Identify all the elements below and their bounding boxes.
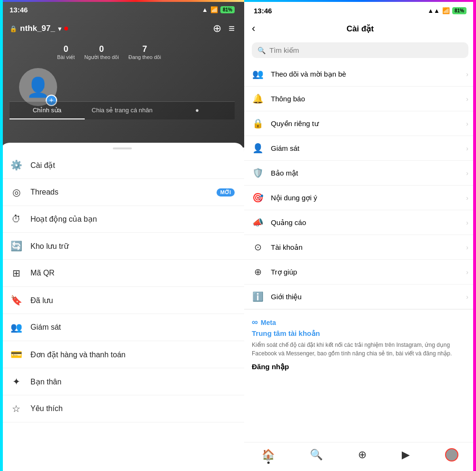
- favorites-label: Yêu thích: [30, 404, 235, 413]
- chevron-right-icon-10: ›: [466, 293, 468, 301]
- battery-right: 81%: [452, 7, 466, 14]
- chevron-right-icon-6: ›: [466, 194, 468, 202]
- supervision-label: Giám sát: [30, 323, 235, 332]
- menu-item-settings[interactable]: ⚙️ Cài đặt: [0, 152, 244, 179]
- privacy-label: Quyền riêng tư: [271, 119, 459, 128]
- close-friends-icon: ✦: [10, 376, 23, 387]
- orders-label: Đơn đặt hàng và thanh toán: [30, 350, 235, 359]
- archive-icon: 🔄: [10, 240, 23, 252]
- follow-label: Theo dõi và mời bạn bè: [271, 70, 459, 78]
- supervision-icon: 👥: [10, 322, 23, 333]
- notification-label: Thông báo: [271, 95, 459, 103]
- threads-icon: ◎: [10, 186, 23, 198]
- menu-item-favorites[interactable]: ☆ Yêu thích: [0, 395, 244, 422]
- menu-item-orders[interactable]: 💳 Đơn đặt hàng và thanh toán: [0, 341, 244, 368]
- help-label: Trợ giúp: [271, 268, 459, 276]
- profile-username: 🔒 nthk_97_ ▾: [10, 24, 68, 33]
- tab-share-profile[interactable]: Chia sẻ trang cá nhân: [85, 102, 160, 119]
- add-post-button[interactable]: ⊕: [213, 22, 221, 35]
- chevron-right-icon-9: ›: [466, 268, 468, 276]
- status-bar-right: 13:46 ▲▲ 📶 81%: [244, 0, 476, 19]
- dropdown-arrow-icon: ▾: [58, 25, 61, 32]
- tab-edit-profile[interactable]: Chỉnh sửa: [10, 102, 85, 119]
- settings-item-about[interactable]: ℹ️ Giới thiệu ›: [244, 285, 476, 309]
- menu-item-threads[interactable]: ◎ Threads MỚI: [0, 179, 244, 206]
- chevron-right-icon-8: ›: [466, 244, 468, 251]
- settings-item-content[interactable]: 🎯 Nội dung gợi ý ›: [244, 186, 476, 210]
- content-icon: 🎯: [252, 192, 264, 203]
- settings-item-help[interactable]: ⊕ Trợ giúp ›: [244, 260, 476, 285]
- stats-area: 0 Bài viết 0 Người theo dõi 7 Đang theo …: [57, 44, 235, 60]
- content-label: Nội dung gợi ý: [271, 194, 459, 202]
- status-icons-right: ▲▲ 📶 81%: [427, 7, 466, 14]
- chevron-right-icon-7: ›: [466, 219, 468, 226]
- nav-home-button[interactable]: 🏠: [262, 449, 275, 461]
- security-label: Bảo mật: [271, 169, 459, 177]
- archive-label: Kho lưu trữ: [30, 242, 235, 251]
- settings-item-ads[interactable]: 📣 Quảng cáo ›: [244, 210, 476, 235]
- about-label: Giới thiệu: [271, 293, 459, 301]
- following-label: Đang theo dõi: [129, 54, 161, 60]
- meta-infinity-icon: ∞: [252, 317, 258, 327]
- search-icon: 🔍: [258, 47, 266, 54]
- nav-create-button[interactable]: ⊕: [358, 449, 367, 461]
- bottom-nav: 🏠 🔍 ⊕ ▶: [244, 442, 476, 471]
- menu-item-supervision[interactable]: 👥 Giám sát: [0, 314, 244, 341]
- tab-extra[interactable]: ●: [159, 102, 235, 119]
- followers-label: Người theo dõi: [84, 54, 119, 60]
- search-input[interactable]: [269, 46, 463, 54]
- nav-search-button[interactable]: 🔍: [310, 449, 323, 461]
- menu-item-archive[interactable]: 🔄 Kho lưu trữ: [0, 233, 244, 260]
- battery-left: 81%: [220, 6, 235, 13]
- about-icon: ℹ️: [252, 291, 264, 302]
- menu-item-saved[interactable]: 🔖 Đã lưu: [0, 287, 244, 314]
- posts-count: 0: [57, 44, 75, 54]
- menu-item-qr[interactable]: ⊞ Mã QR: [0, 260, 244, 287]
- search-bar[interactable]: 🔍: [252, 42, 468, 58]
- stat-followers: 0 Người theo dõi: [84, 44, 119, 60]
- account-icon: ⊙: [252, 242, 264, 253]
- settings-title: Cài đặt: [347, 24, 374, 34]
- meta-logo: ∞ Meta: [252, 317, 468, 327]
- supervision-label-r: Giám sát: [271, 144, 459, 152]
- avatar-wrap: 👤 +: [19, 68, 57, 106]
- privacy-icon: 🔒: [252, 118, 264, 129]
- status-bar-left: 13:46 ▲ 📶 81%: [0, 0, 244, 18]
- back-button[interactable]: ‹: [252, 22, 255, 35]
- notification-icon: 🔔: [252, 93, 264, 104]
- menu-item-activity[interactable]: ⏱ Hoạt động của bạn: [0, 206, 244, 233]
- chevron-right-icon: ›: [466, 70, 468, 78]
- profile-header: 🔒 nthk_97_ ▾ ⊕ ≡: [10, 22, 235, 35]
- signal-icon-right: ▲▲: [427, 7, 440, 14]
- settings-item-follow[interactable]: 👥 Theo dõi và mời bạn bè ›: [244, 62, 476, 87]
- close-friends-label: Bạn thân: [30, 377, 235, 386]
- stat-posts: 0 Bài viết: [57, 44, 75, 60]
- chevron-right-icon-2: ›: [466, 95, 468, 103]
- menu-button[interactable]: ≡: [228, 22, 235, 35]
- settings-list: 👥 Theo dõi và mời bạn bè › 🔔 Thông báo ›…: [244, 62, 476, 442]
- settings-item-security[interactable]: 🛡️ Bảo mật ›: [244, 161, 476, 186]
- nav-profile-button[interactable]: [445, 448, 458, 461]
- qr-icon: ⊞: [10, 267, 23, 279]
- orders-icon: 💳: [10, 349, 23, 360]
- meta-label: Meta: [261, 319, 276, 326]
- account-center-link[interactable]: Trung tâm tài khoản: [252, 329, 468, 338]
- time-right: 13:46: [254, 7, 272, 15]
- time-left: 13:46: [10, 6, 28, 14]
- favorites-icon: ☆: [10, 403, 23, 414]
- meta-description: Kiểm soát chế độ cài đặt khi kết nối các…: [252, 341, 468, 358]
- follow-icon: 👥: [252, 69, 264, 79]
- settings-item-account[interactable]: ⊙ Tài khoản ›: [244, 235, 476, 260]
- settings-item-notification[interactable]: 🔔 Thông báo ›: [244, 87, 476, 111]
- menu-item-close-friends[interactable]: ✦ Bạn thân: [0, 368, 244, 395]
- nav-reels-button[interactable]: ▶: [402, 449, 410, 461]
- settings-label: Cài đặt: [30, 161, 235, 170]
- settings-item-privacy[interactable]: 🔒 Quyền riêng tư ›: [244, 111, 476, 136]
- ads-icon: 📣: [252, 217, 264, 228]
- online-indicator: [64, 27, 68, 30]
- settings-item-supervision[interactable]: 👤 Giám sát ›: [244, 136, 476, 161]
- lock-icon: 🔒: [10, 25, 17, 32]
- activity-label: Hoạt động của bạn: [30, 215, 235, 224]
- left-panel: 13:46 ▲ 📶 81% 🔒 nthk_97_ ▾ ⊕ ≡ 👤: [0, 0, 244, 471]
- sheet-handle: [113, 147, 132, 149]
